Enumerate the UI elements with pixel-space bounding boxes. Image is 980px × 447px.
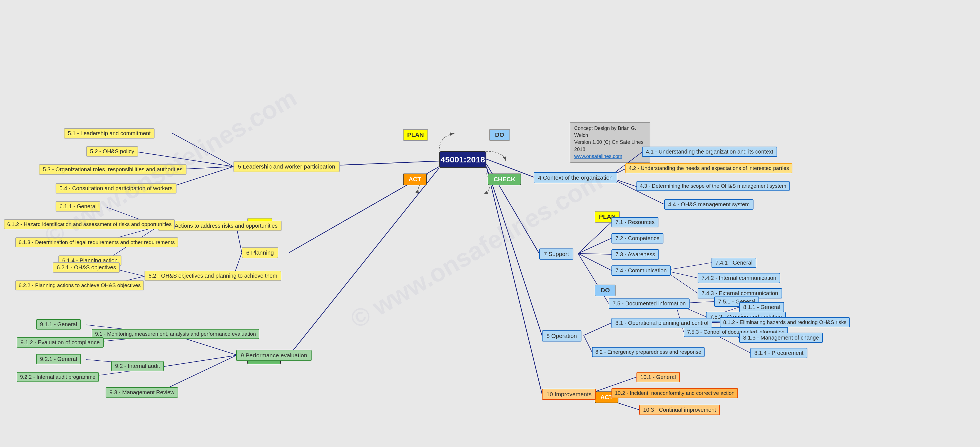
node-4-3: 4.3 - Determining the scope of the OH&S … (636, 181, 790, 191)
node-8-1-3: 8.1.3 - Management of change (739, 333, 822, 343)
node-8-2: 8.2 - Emergency preparedness and respons… (592, 347, 705, 357)
node-5-1: 5.1 - Leadership and commitment (64, 128, 154, 138)
node-5-4: 5.4 - Consultation and participation of … (56, 183, 177, 193)
badge-plan-top: PLAN (403, 129, 428, 141)
svg-line-19 (164, 355, 236, 366)
node-9-2-1: 9.2.1 - General (36, 354, 81, 364)
center-node: 45001:2018 (439, 151, 487, 168)
node-7-1: 7.1 - Resources (611, 217, 659, 227)
node-6-2-2: 6.2.2 - Planning actions to achieve OH&S… (15, 281, 144, 290)
badge-do-top: DO (489, 129, 510, 141)
node-6-1-2: 6.1.2 - Hazard identification and assess… (4, 219, 175, 229)
node-8-1-4: 8.1.4 - Procurement (751, 348, 807, 358)
node-4-context: 4 Context of the organization (534, 172, 617, 183)
svg-line-22 (158, 355, 236, 392)
node-10-3: 10.3 - Continual improvement (639, 405, 720, 415)
svg-line-46 (584, 335, 592, 352)
node-8-1-1: 8.1.1 - General (739, 302, 784, 312)
info-box: Concept Design by Brian G. Welch Version… (570, 122, 651, 163)
node-9-3: 9.3.- Management Review (106, 387, 178, 398)
node-6-2-1: 6.2.1 - OH&S objectives (53, 262, 120, 273)
node-6-1-3: 6.1.3 - Determination of legal requireme… (15, 238, 178, 247)
node-5-leadership: 5 Leadership and worker participation (234, 161, 340, 172)
node-10-2: 10.2 - Incident, nonconformity and corre… (611, 388, 738, 398)
node-8-1-2: 8.1.2 - Eliminating hazards and reducing… (720, 317, 850, 327)
badge-act-left: ACT (403, 174, 426, 185)
node-5-3: 5.3 - Organizational roles, responsibili… (39, 164, 186, 174)
node-6-planning: 6 Planning (242, 247, 278, 258)
node-5-2: 5.2 - OH&S policy (86, 146, 138, 157)
node-7-3: 7.3 - Awareness (611, 249, 659, 260)
node-4-2: 4.2 - Understanding the needs and expect… (625, 163, 792, 173)
node-7-4-1: 7.4.1 - General (711, 258, 756, 268)
svg-line-33 (664, 263, 711, 270)
node-7-4-2: 7.4.2 - Internal communication (698, 273, 780, 283)
node-8-1: 8.1 - Operational planning and control (611, 318, 712, 328)
node-9-2: 9.2 - Internal audit (111, 361, 164, 371)
svg-line-29 (578, 222, 611, 254)
node-4-4: 4.4 - OH&S management system (664, 199, 754, 209)
svg-line-30 (578, 238, 611, 254)
svg-line-2 (172, 133, 234, 166)
svg-line-31 (578, 254, 611, 254)
svg-line-32 (578, 254, 611, 270)
node-9-1: 9.1 - Monitoring, measurement, analysis … (92, 329, 259, 339)
svg-line-15 (289, 168, 439, 355)
node-9-1-2: 9.1.2 - Evaluation of compliance (17, 337, 104, 348)
node-7-5: 7.5 - Documented information (609, 298, 690, 309)
node-9-1-1: 9.1.1 - General (36, 319, 81, 330)
node-10-improvements: 10 Improvements (542, 389, 596, 400)
node-10-1: 10.1 - General (636, 372, 680, 382)
node-6-1: 6.1 - Actions to address risks and oppor… (158, 221, 282, 231)
badge-check-right: CHECK (488, 174, 521, 185)
node-8-operation: 8 Operation (542, 330, 581, 341)
node-9-2-2: 9.2.2 - Internal audit programme (17, 372, 99, 382)
badge-do-right: DO (595, 285, 616, 296)
node-6-1-1: 6.1.1 - General (56, 201, 100, 212)
node-9-performance: 9 Performance evaluation (236, 350, 312, 361)
svg-line-47 (487, 166, 542, 394)
node-4-1: 4.1 - Understanding the organization and… (642, 147, 777, 157)
svg-line-41 (584, 323, 611, 335)
node-7-support: 7 Support (539, 249, 573, 260)
svg-line-40 (487, 166, 542, 335)
node-7-4: 7.4 - Communication (611, 265, 671, 276)
node-6-2: 6.2 - OH&S objectives and planning to ac… (145, 271, 281, 281)
node-7-2: 7.2 - Competence (611, 233, 663, 244)
